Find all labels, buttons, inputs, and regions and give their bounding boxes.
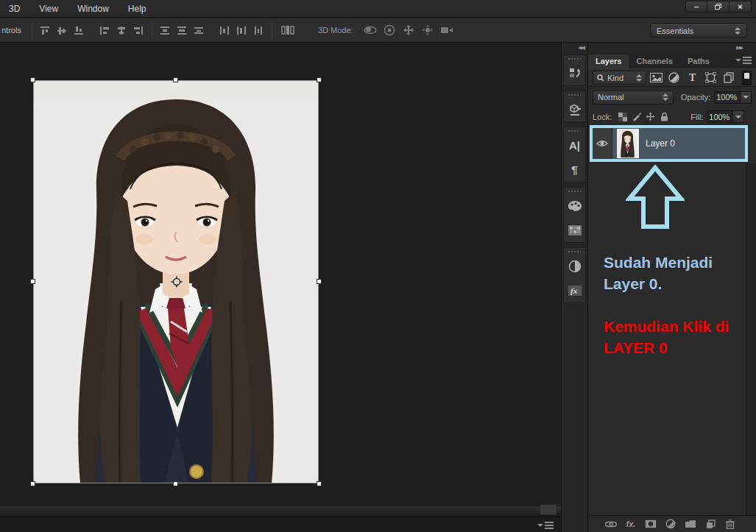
roll-3d-camera-icon[interactable]: [380, 21, 399, 39]
transform-handle-top-left[interactable]: [30, 77, 35, 82]
filter-toggle-switch[interactable]: [742, 71, 752, 85]
new-group-button[interactable]: [684, 518, 697, 530]
tutorial-up-arrow: [626, 165, 685, 230]
distribute-bottom-edges-button[interactable]: [191, 21, 208, 39]
transform-controls-label: ntrols: [1, 26, 21, 35]
opacity-value-field[interactable]: 100%: [714, 91, 741, 104]
add-layer-mask-button[interactable]: [644, 518, 657, 530]
swatches-panel-button[interactable]: [564, 218, 585, 242]
transform-handle-bottom-right[interactable]: [317, 481, 322, 486]
styles-panel-button[interactable]: fx: [564, 278, 585, 302]
lock-pixels-icon[interactable]: [629, 110, 643, 124]
transform-handle-middle-right[interactable]: [317, 279, 322, 284]
restore-button[interactable]: [707, 1, 729, 13]
layer-thumbnail[interactable]: [617, 129, 639, 158]
tab-paths[interactable]: Paths: [680, 54, 717, 68]
note-line: Sudah Menjadi: [604, 252, 713, 273]
filter-adjustment-layers-icon[interactable]: [665, 71, 683, 85]
document-image[interactable]: [33, 80, 319, 483]
distribute-left-edges-button[interactable]: [216, 21, 233, 39]
transform-handle-bottom-center[interactable]: [173, 481, 178, 486]
horizontal-scrollbar[interactable]: [0, 506, 561, 517]
expand-panels-icon[interactable]: ◀◀: [562, 43, 587, 52]
orbit-3d-camera-icon[interactable]: [361, 21, 380, 39]
pan-3d-camera-icon[interactable]: [399, 21, 418, 39]
character-panel-button[interactable]: A|: [564, 133, 585, 157]
menu-3d[interactable]: 3D: [0, 0, 29, 18]
canvas-area[interactable]: [0, 43, 561, 532]
panel-menu-icon[interactable]: [735, 57, 752, 64]
3d-panel-button[interactable]: [564, 97, 585, 121]
photoshop-window: 3D View Window Help – × ntrols: [0, 0, 756, 532]
auto-align-layers-button[interactable]: [277, 21, 299, 39]
lock-position-icon[interactable]: [643, 110, 657, 124]
filter-smart-objects-icon[interactable]: [720, 71, 738, 85]
menu-help[interactable]: Help: [119, 0, 156, 18]
layer-row-layer-0[interactable]: Layer 0: [593, 128, 745, 159]
align-top-edges-button[interactable]: [37, 21, 54, 39]
align-horizontal-centers-button[interactable]: [113, 21, 130, 39]
history-panel-button[interactable]: [564, 61, 585, 85]
align-vertical-centers-button[interactable]: [54, 21, 71, 39]
fill-value-field[interactable]: 100%: [707, 110, 733, 123]
blend-mode-select[interactable]: Normal: [593, 91, 674, 104]
fill-label: Fill:: [690, 113, 703, 121]
options-bar: ntrols 3D Mode: Essentials: [0, 18, 756, 43]
tab-channels[interactable]: Channels: [629, 54, 680, 68]
distribute-top-edges-button[interactable]: [157, 21, 174, 39]
panel-menu-icon[interactable]: [537, 522, 554, 529]
note-line: LAYER 0: [604, 337, 729, 358]
distribute-horizontal-centers-button[interactable]: [233, 21, 250, 39]
distribute-vertical-centers-button[interactable]: [174, 21, 191, 39]
new-adjustment-layer-button[interactable]: [664, 518, 677, 530]
opacity-dropdown-button[interactable]: [741, 91, 752, 104]
layers-bottom-toolbar: fx.: [588, 515, 756, 532]
layer-visibility-toggle[interactable]: [593, 128, 612, 159]
svg-text:fx: fx: [570, 286, 578, 295]
slide-3d-camera-icon[interactable]: [418, 21, 437, 39]
filter-pixel-layers-icon[interactable]: [647, 71, 665, 85]
filter-shape-layers-icon[interactable]: [702, 71, 720, 85]
layer-name[interactable]: Layer 0: [646, 138, 675, 149]
menu-view[interactable]: View: [29, 0, 68, 18]
chevron-updown-icon: [636, 74, 642, 82]
panel-scroll-gutter[interactable]: [746, 163, 756, 515]
workspace-value: Essentials: [657, 26, 693, 35]
transform-handle-top-right[interactable]: [317, 77, 322, 82]
workspace-switcher[interactable]: Essentials: [650, 24, 747, 38]
fill-dropdown-button[interactable]: [733, 110, 744, 123]
document-status-bar: [0, 517, 561, 532]
3d-mode-label: 3D Mode:: [318, 26, 353, 35]
distribute-right-edges-button[interactable]: [250, 21, 267, 39]
tutorial-note-red: Kemudian Klik di LAYER 0: [604, 316, 729, 358]
delete-layer-button[interactable]: [724, 518, 737, 530]
align-bottom-edges-button[interactable]: [71, 21, 88, 39]
add-layer-style-button[interactable]: fx.: [624, 518, 637, 530]
menu-window[interactable]: Window: [68, 0, 119, 18]
separator: [272, 22, 272, 38]
lock-all-icon[interactable]: [657, 110, 671, 124]
align-right-edges-button[interactable]: [130, 21, 147, 39]
move-3d-camera-icon[interactable]: [437, 21, 456, 39]
filter-kind-select[interactable]: Kind: [593, 71, 646, 85]
styles-fx-icon: fx: [568, 285, 582, 297]
adjustments-panel-button[interactable]: [564, 254, 585, 278]
cube-icon: [568, 102, 582, 117]
restore-icon: [715, 4, 721, 10]
scrollbar-corner[interactable]: [540, 504, 557, 515]
lock-transparency-icon[interactable]: [615, 110, 629, 124]
tab-layers[interactable]: Layers: [588, 54, 629, 68]
close-button[interactable]: ×: [729, 1, 752, 13]
transform-reference-point[interactable]: [171, 276, 183, 288]
align-left-edges-button[interactable]: [96, 21, 113, 39]
transform-handle-middle-left[interactable]: [30, 279, 35, 284]
transform-handle-top-center[interactable]: [173, 77, 178, 82]
filter-type-layers-icon[interactable]: T: [684, 71, 702, 85]
minimize-button[interactable]: –: [685, 1, 707, 13]
color-panel-button[interactable]: [564, 194, 585, 218]
paragraph-panel-button[interactable]: ¶: [564, 157, 585, 182]
transform-handle-bottom-left[interactable]: [30, 481, 35, 486]
new-layer-button[interactable]: [704, 518, 717, 530]
collapse-panels-icon[interactable]: ▶▶: [588, 43, 756, 53]
link-layers-button[interactable]: [604, 518, 618, 530]
